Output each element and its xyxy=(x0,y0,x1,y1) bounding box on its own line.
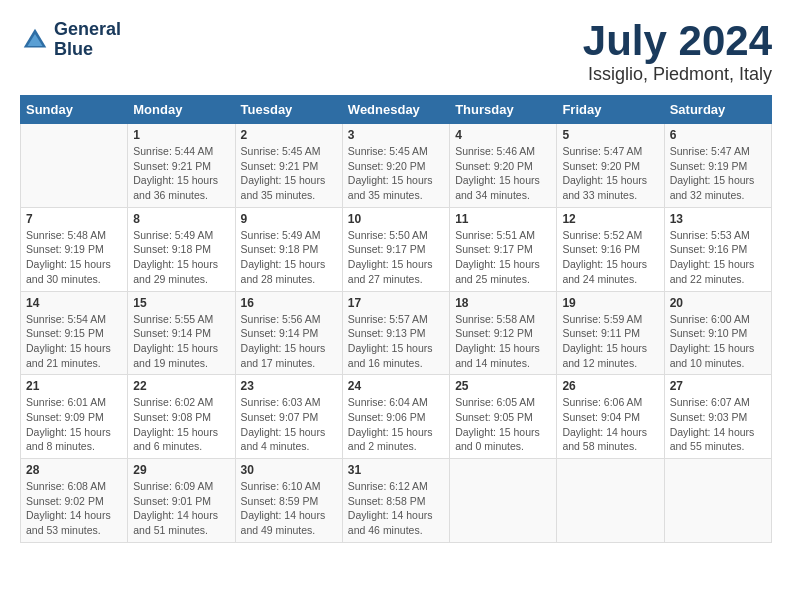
day-cell: 25Sunrise: 6:05 AMSunset: 9:05 PMDayligh… xyxy=(450,375,557,459)
header-saturday: Saturday xyxy=(664,96,771,124)
logo: General Blue xyxy=(20,20,121,60)
day-cell: 15Sunrise: 5:55 AMSunset: 9:14 PMDayligh… xyxy=(128,291,235,375)
day-cell: 2Sunrise: 5:45 AMSunset: 9:21 PMDaylight… xyxy=(235,124,342,208)
day-info: Sunrise: 5:46 AMSunset: 9:20 PMDaylight:… xyxy=(455,144,551,203)
day-cell xyxy=(557,459,664,543)
day-number: 27 xyxy=(670,379,766,393)
day-info: Sunrise: 5:59 AMSunset: 9:11 PMDaylight:… xyxy=(562,312,658,371)
day-info: Sunrise: 6:06 AMSunset: 9:04 PMDaylight:… xyxy=(562,395,658,454)
day-cell: 18Sunrise: 5:58 AMSunset: 9:12 PMDayligh… xyxy=(450,291,557,375)
day-cell: 24Sunrise: 6:04 AMSunset: 9:06 PMDayligh… xyxy=(342,375,449,459)
day-cell: 4Sunrise: 5:46 AMSunset: 9:20 PMDaylight… xyxy=(450,124,557,208)
month-title: July 2024 xyxy=(583,20,772,62)
day-info: Sunrise: 6:05 AMSunset: 9:05 PMDaylight:… xyxy=(455,395,551,454)
day-number: 5 xyxy=(562,128,658,142)
logo-text: General Blue xyxy=(54,20,121,60)
day-cell: 8Sunrise: 5:49 AMSunset: 9:18 PMDaylight… xyxy=(128,207,235,291)
day-cell: 6Sunrise: 5:47 AMSunset: 9:19 PMDaylight… xyxy=(664,124,771,208)
day-info: Sunrise: 5:49 AMSunset: 9:18 PMDaylight:… xyxy=(133,228,229,287)
week-row-3: 14Sunrise: 5:54 AMSunset: 9:15 PMDayligh… xyxy=(21,291,772,375)
header-tuesday: Tuesday xyxy=(235,96,342,124)
day-number: 23 xyxy=(241,379,337,393)
day-cell: 30Sunrise: 6:10 AMSunset: 8:59 PMDayligh… xyxy=(235,459,342,543)
day-cell: 13Sunrise: 5:53 AMSunset: 9:16 PMDayligh… xyxy=(664,207,771,291)
day-cell: 27Sunrise: 6:07 AMSunset: 9:03 PMDayligh… xyxy=(664,375,771,459)
day-cell: 23Sunrise: 6:03 AMSunset: 9:07 PMDayligh… xyxy=(235,375,342,459)
day-number: 3 xyxy=(348,128,444,142)
day-number: 21 xyxy=(26,379,122,393)
day-number: 2 xyxy=(241,128,337,142)
day-cell xyxy=(21,124,128,208)
day-info: Sunrise: 5:53 AMSunset: 9:16 PMDaylight:… xyxy=(670,228,766,287)
day-cell: 26Sunrise: 6:06 AMSunset: 9:04 PMDayligh… xyxy=(557,375,664,459)
day-cell: 9Sunrise: 5:49 AMSunset: 9:18 PMDaylight… xyxy=(235,207,342,291)
header-friday: Friday xyxy=(557,96,664,124)
day-number: 8 xyxy=(133,212,229,226)
day-cell: 31Sunrise: 6:12 AMSunset: 8:58 PMDayligh… xyxy=(342,459,449,543)
day-number: 19 xyxy=(562,296,658,310)
day-info: Sunrise: 5:51 AMSunset: 9:17 PMDaylight:… xyxy=(455,228,551,287)
day-cell: 20Sunrise: 6:00 AMSunset: 9:10 PMDayligh… xyxy=(664,291,771,375)
day-cell: 11Sunrise: 5:51 AMSunset: 9:17 PMDayligh… xyxy=(450,207,557,291)
day-number: 18 xyxy=(455,296,551,310)
day-info: Sunrise: 5:47 AMSunset: 9:20 PMDaylight:… xyxy=(562,144,658,203)
day-info: Sunrise: 6:03 AMSunset: 9:07 PMDaylight:… xyxy=(241,395,337,454)
page-header: General Blue July 2024 Issiglio, Piedmon… xyxy=(20,20,772,85)
day-info: Sunrise: 6:07 AMSunset: 9:03 PMDaylight:… xyxy=(670,395,766,454)
week-row-1: 1Sunrise: 5:44 AMSunset: 9:21 PMDaylight… xyxy=(21,124,772,208)
day-info: Sunrise: 6:12 AMSunset: 8:58 PMDaylight:… xyxy=(348,479,444,538)
day-cell: 3Sunrise: 5:45 AMSunset: 9:20 PMDaylight… xyxy=(342,124,449,208)
day-number: 14 xyxy=(26,296,122,310)
header-monday: Monday xyxy=(128,96,235,124)
day-number: 7 xyxy=(26,212,122,226)
day-info: Sunrise: 5:50 AMSunset: 9:17 PMDaylight:… xyxy=(348,228,444,287)
day-cell: 21Sunrise: 6:01 AMSunset: 9:09 PMDayligh… xyxy=(21,375,128,459)
day-number: 29 xyxy=(133,463,229,477)
day-info: Sunrise: 5:45 AMSunset: 9:21 PMDaylight:… xyxy=(241,144,337,203)
day-info: Sunrise: 5:44 AMSunset: 9:21 PMDaylight:… xyxy=(133,144,229,203)
calendar-header-row: SundayMondayTuesdayWednesdayThursdayFrid… xyxy=(21,96,772,124)
week-row-2: 7Sunrise: 5:48 AMSunset: 9:19 PMDaylight… xyxy=(21,207,772,291)
day-number: 13 xyxy=(670,212,766,226)
location-title: Issiglio, Piedmont, Italy xyxy=(583,64,772,85)
day-info: Sunrise: 5:49 AMSunset: 9:18 PMDaylight:… xyxy=(241,228,337,287)
day-info: Sunrise: 6:01 AMSunset: 9:09 PMDaylight:… xyxy=(26,395,122,454)
day-info: Sunrise: 6:04 AMSunset: 9:06 PMDaylight:… xyxy=(348,395,444,454)
day-number: 20 xyxy=(670,296,766,310)
title-block: July 2024 Issiglio, Piedmont, Italy xyxy=(583,20,772,85)
day-cell: 22Sunrise: 6:02 AMSunset: 9:08 PMDayligh… xyxy=(128,375,235,459)
day-info: Sunrise: 5:58 AMSunset: 9:12 PMDaylight:… xyxy=(455,312,551,371)
day-cell: 12Sunrise: 5:52 AMSunset: 9:16 PMDayligh… xyxy=(557,207,664,291)
day-info: Sunrise: 6:00 AMSunset: 9:10 PMDaylight:… xyxy=(670,312,766,371)
day-cell: 17Sunrise: 5:57 AMSunset: 9:13 PMDayligh… xyxy=(342,291,449,375)
header-wednesday: Wednesday xyxy=(342,96,449,124)
day-number: 4 xyxy=(455,128,551,142)
day-number: 16 xyxy=(241,296,337,310)
day-cell: 1Sunrise: 5:44 AMSunset: 9:21 PMDaylight… xyxy=(128,124,235,208)
day-number: 25 xyxy=(455,379,551,393)
day-info: Sunrise: 6:02 AMSunset: 9:08 PMDaylight:… xyxy=(133,395,229,454)
day-cell: 5Sunrise: 5:47 AMSunset: 9:20 PMDaylight… xyxy=(557,124,664,208)
week-row-4: 21Sunrise: 6:01 AMSunset: 9:09 PMDayligh… xyxy=(21,375,772,459)
day-number: 1 xyxy=(133,128,229,142)
day-info: Sunrise: 5:45 AMSunset: 9:20 PMDaylight:… xyxy=(348,144,444,203)
day-info: Sunrise: 5:56 AMSunset: 9:14 PMDaylight:… xyxy=(241,312,337,371)
day-number: 30 xyxy=(241,463,337,477)
day-info: Sunrise: 6:09 AMSunset: 9:01 PMDaylight:… xyxy=(133,479,229,538)
day-number: 31 xyxy=(348,463,444,477)
day-info: Sunrise: 5:54 AMSunset: 9:15 PMDaylight:… xyxy=(26,312,122,371)
calendar-table: SundayMondayTuesdayWednesdayThursdayFrid… xyxy=(20,95,772,543)
day-number: 24 xyxy=(348,379,444,393)
day-info: Sunrise: 5:52 AMSunset: 9:16 PMDaylight:… xyxy=(562,228,658,287)
day-cell: 29Sunrise: 6:09 AMSunset: 9:01 PMDayligh… xyxy=(128,459,235,543)
day-number: 10 xyxy=(348,212,444,226)
day-info: Sunrise: 6:08 AMSunset: 9:02 PMDaylight:… xyxy=(26,479,122,538)
header-sunday: Sunday xyxy=(21,96,128,124)
day-cell: 10Sunrise: 5:50 AMSunset: 9:17 PMDayligh… xyxy=(342,207,449,291)
day-cell xyxy=(450,459,557,543)
day-number: 26 xyxy=(562,379,658,393)
day-info: Sunrise: 5:55 AMSunset: 9:14 PMDaylight:… xyxy=(133,312,229,371)
header-thursday: Thursday xyxy=(450,96,557,124)
day-cell: 28Sunrise: 6:08 AMSunset: 9:02 PMDayligh… xyxy=(21,459,128,543)
day-info: Sunrise: 5:57 AMSunset: 9:13 PMDaylight:… xyxy=(348,312,444,371)
